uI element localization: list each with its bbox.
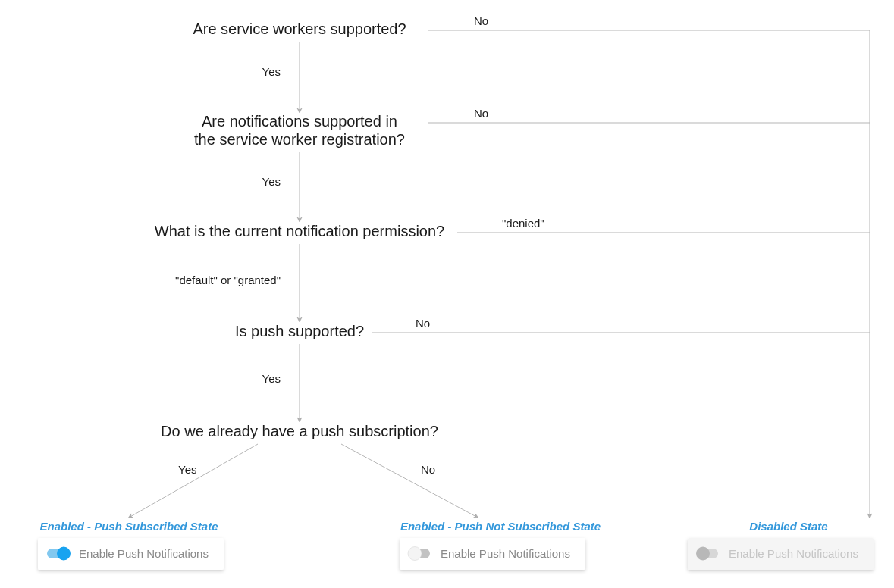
state-not-subscribed-title: Enabled - Push Not Subscribed State	[400, 520, 601, 533]
edge-q1-yes-label: Yes	[262, 65, 281, 78]
edge-q4-yes-label: Yes	[262, 372, 281, 385]
toggle-card-not-subscribed: Enable Push Notifications	[400, 538, 585, 570]
svg-point-2	[57, 547, 71, 561]
edge-q5-no-label: No	[421, 463, 435, 476]
node-notifications-supported-line1: Are notifications supported in	[202, 113, 397, 130]
node-service-workers-supported: Are service workers supported?	[193, 20, 406, 37]
state-subscribed-title: Enabled - Push Subscribed State	[39, 520, 218, 533]
edge-q3-denied-label: "denied"	[502, 217, 544, 230]
edge-q5-no	[341, 444, 478, 518]
edge-q4-no-label: No	[416, 317, 430, 330]
node-notifications-supported-line2: the service worker registration?	[194, 131, 405, 148]
node-current-permission: What is the current notification permiss…	[155, 223, 444, 239]
edge-q2-yes-label: Yes	[262, 175, 281, 188]
node-already-subscription: Do we already have a push subscription?	[161, 423, 438, 439]
svg-point-8	[696, 547, 710, 561]
toggle-label-not-subscribed: Enable Push Notifications	[441, 547, 570, 560]
node-push-supported: Is push supported?	[235, 323, 364, 339]
toggle-label-disabled: Enable Push Notifications	[729, 547, 858, 560]
svg-point-5	[408, 547, 422, 561]
edge-q1-no-label: No	[474, 14, 488, 27]
edge-q2-no-label: No	[474, 107, 488, 120]
edge-q5-yes	[129, 444, 258, 518]
edge-q5-yes-label: Yes	[178, 463, 196, 476]
toggle-label-subscribed: Enable Push Notifications	[79, 547, 209, 560]
state-disabled-title: Disabled State	[749, 520, 827, 533]
toggle-card-disabled: Enable Push Notifications	[688, 538, 874, 570]
toggle-card-subscribed: Enable Push Notifications	[38, 538, 224, 570]
edge-q3-default-granted-label: "default" or "granted"	[175, 274, 281, 286]
flowchart-diagram: Are service workers supported? Are notif…	[0, 0, 894, 588]
